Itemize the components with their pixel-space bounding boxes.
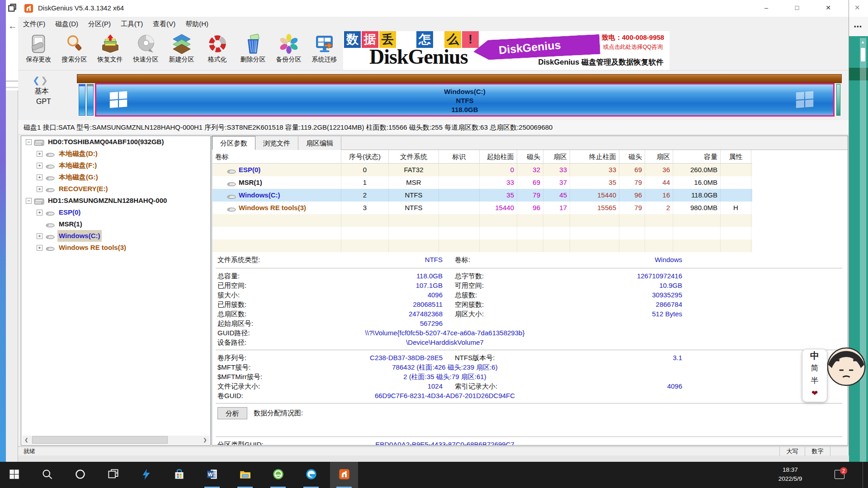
tab-2[interactable]: 扇区编辑 bbox=[298, 136, 341, 150]
backup-partition-icon bbox=[278, 33, 299, 54]
ime-panel-item-3[interactable]: ❤ bbox=[802, 387, 827, 400]
detail-value: NTFS bbox=[271, 254, 443, 265]
expand-plus-icon[interactable]: + bbox=[37, 163, 42, 169]
detail-value: 512 Bytes bbox=[528, 309, 682, 319]
toolbar-button-label: 快速分区 bbox=[133, 56, 159, 64]
tree-item-3[interactable]: +本地磁盘(G:) bbox=[21, 171, 210, 183]
expand-plus-icon[interactable]: + bbox=[37, 186, 42, 192]
taskbar-clock[interactable]: 18:37 2022/5/9 bbox=[771, 465, 809, 483]
taskbar-word-button[interactable]: W bbox=[198, 462, 226, 488]
ime-panel-item-1[interactable]: 简 bbox=[802, 362, 827, 375]
taskbar-store-button[interactable] bbox=[165, 462, 193, 488]
back-arrow-icon[interactable]: ← bbox=[8, 21, 17, 31]
collapse-minus-icon[interactable]: − bbox=[26, 198, 32, 204]
expand-plus-icon[interactable]: + bbox=[37, 174, 42, 180]
close-button[interactable]: ✕ bbox=[818, 0, 839, 15]
toolbar-new-partition-button[interactable]: 新建分区 bbox=[164, 33, 199, 69]
toolbar-format-button[interactable]: 格式化 bbox=[199, 33, 235, 69]
expand-plus-icon[interactable]: + bbox=[37, 245, 42, 251]
notification-center-icon[interactable]: 2 bbox=[835, 469, 846, 481]
banner-logo: DiskGenius bbox=[369, 45, 468, 69]
collapse-minus-icon[interactable]: − bbox=[26, 139, 32, 145]
expand-plus-icon[interactable]: + bbox=[37, 210, 42, 216]
tree-item-2[interactable]: +本地磁盘(F:) bbox=[21, 160, 210, 171]
detail-label: 已用空间: bbox=[217, 281, 246, 290]
toolbar-delete-partition-button[interactable]: 删除分区 bbox=[235, 33, 271, 69]
toolbar-recover-files-button[interactable]: 恢复文件 bbox=[92, 33, 128, 69]
disk-nav-arrows[interactable]: ❮❯ bbox=[33, 75, 49, 85]
disk-icon bbox=[34, 138, 45, 145]
show-desktop-button[interactable] bbox=[863, 462, 868, 488]
taskbar-thunder-button[interactable] bbox=[132, 462, 160, 488]
prev-disk-icon[interactable]: ❮ bbox=[33, 75, 41, 85]
expand-plus-icon[interactable]: + bbox=[37, 151, 42, 157]
taskbar-file-explorer-button[interactable] bbox=[231, 462, 259, 488]
taskbar-ie-button[interactable] bbox=[264, 462, 292, 488]
table-cell bbox=[645, 227, 673, 239]
scrollbar-thumb[interactable] bbox=[861, 48, 865, 61]
partition-block-msr[interactable] bbox=[87, 84, 94, 116]
tree-item-7[interactable]: MSR(1) bbox=[21, 218, 210, 230]
taskbar-start-button[interactable] bbox=[0, 462, 28, 488]
next-disk-icon[interactable]: ❯ bbox=[41, 75, 49, 85]
menu-item-5[interactable]: 帮助(H) bbox=[180, 17, 213, 31]
toolbar-button-label: 新建分区 bbox=[169, 56, 194, 64]
volume-icon bbox=[226, 204, 237, 211]
tab-1[interactable]: 浏览文件 bbox=[255, 136, 298, 150]
scroll-left-icon[interactable]: ❮ bbox=[22, 436, 31, 444]
expand-plus-icon[interactable]: + bbox=[37, 233, 42, 239]
menu-item-0[interactable]: 文件(F) bbox=[18, 17, 50, 31]
banner-qq-link[interactable]: 或点击此处选择QQ咨询 bbox=[597, 43, 669, 51]
taskbar-search-taskbar-button[interactable] bbox=[33, 462, 61, 488]
ime-panel-item-2[interactable]: 半 bbox=[802, 375, 827, 387]
horizontal-scrollbar[interactable]: ❮ ❯ bbox=[22, 436, 209, 444]
tree-item-5[interactable]: −HD1:SAMSUNGMZNLN128HAHQ-000 bbox=[21, 195, 210, 206]
toolbar-search-button[interactable]: 搜索分区 bbox=[57, 33, 92, 69]
analyze-button[interactable]: 分析 bbox=[217, 407, 247, 419]
tree-item-8[interactable]: +Windows(C:) bbox=[21, 230, 210, 242]
table-row-0[interactable]: ESP(0)0FAT3203233336936260.0MB bbox=[212, 164, 752, 176]
table-cell bbox=[721, 214, 751, 227]
tree-item-9[interactable]: +Windows RE tools(3) bbox=[21, 242, 210, 253]
partition-block-windows-c[interactable]: Windows(C:) NTFS 118.0GB bbox=[95, 83, 835, 117]
menu-item-2[interactable]: 分区(P) bbox=[83, 17, 116, 31]
tab-0[interactable]: 分区参数 bbox=[212, 136, 255, 150]
toolbar-system-migrate-button[interactable]: 系统迁移 bbox=[307, 33, 342, 69]
more-icon[interactable]: ⋯ bbox=[854, 22, 862, 32]
partition-block-free[interactable] bbox=[836, 84, 840, 116]
toolbar-quick-partition-button[interactable]: 快速分区 bbox=[128, 33, 164, 69]
tree-item-6[interactable]: +ESP(0) bbox=[21, 206, 210, 218]
toolbar-backup-partition-button[interactable]: 备份分区 bbox=[271, 33, 307, 69]
scroll-up-icon[interactable]: ▲ bbox=[861, 40, 865, 44]
minimize-button[interactable]: – bbox=[756, 0, 777, 15]
toolbar-save-button[interactable]: 保存更改 bbox=[21, 33, 57, 69]
window-restore-icon[interactable] bbox=[7, 3, 17, 13]
table-row-2[interactable]: Windows(C:)2NTFS357945154409616118.0GB bbox=[212, 189, 752, 202]
tree-item-4[interactable]: +RECOVERY(E:) bbox=[21, 183, 210, 195]
taskbar-cortana-button[interactable] bbox=[66, 462, 94, 488]
scrollbar[interactable]: ▲ bbox=[860, 38, 866, 462]
menu-item-4[interactable]: 查看(V) bbox=[148, 17, 180, 31]
table-row-3[interactable]: Windows RE tools(3)3NTFS1544096171556579… bbox=[212, 202, 752, 214]
ime-floating-panel[interactable]: 中简半❤ bbox=[802, 349, 827, 402]
taskbar: W 中 18:37 2022/5/9 2 bbox=[0, 462, 868, 488]
maximize-button[interactable]: □ bbox=[787, 0, 807, 15]
taskbar-edge-button[interactable] bbox=[297, 462, 325, 488]
scrollbar-thumb[interactable] bbox=[32, 436, 168, 444]
partition-block-esp[interactable] bbox=[79, 84, 85, 116]
scroll-right-icon[interactable]: ❯ bbox=[201, 436, 209, 444]
table-cell: 69 bbox=[619, 164, 645, 176]
table-cell bbox=[212, 214, 341, 227]
tree-item-0[interactable]: −HD0:TOSHIBAMQ04ABF100(932GB) bbox=[21, 136, 210, 148]
ad-banner[interactable]: 数据丢怎么! DiskGenius DiskGenius 致电：400-008-… bbox=[343, 31, 670, 70]
close-icon[interactable]: ✕ bbox=[854, 4, 860, 12]
tree-item-1[interactable]: +本地磁盘(D:) bbox=[21, 148, 210, 160]
table-cell bbox=[212, 239, 341, 252]
taskbar-task-view-button[interactable] bbox=[99, 462, 127, 488]
menu-item-1[interactable]: 磁盘(D) bbox=[50, 17, 83, 31]
table-row-1[interactable]: MSR(1)1MSR33693735794416.0MB bbox=[212, 176, 752, 189]
taskbar-diskgenius-button[interactable] bbox=[330, 462, 358, 488]
detail-label: 可用空间: bbox=[455, 281, 484, 290]
menu-item-3[interactable]: 工具(T) bbox=[116, 17, 148, 31]
ime-panel-item-0[interactable]: 中 bbox=[802, 349, 827, 362]
